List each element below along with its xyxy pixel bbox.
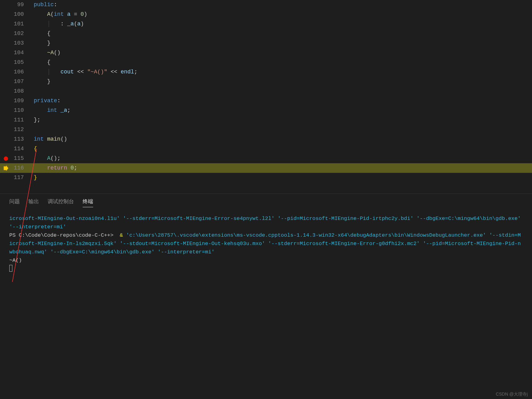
code-line[interactable]: 111}; [0,115,532,125]
code-line[interactable]: 100 A(int a = 0) [0,10,532,19]
code-line[interactable]: 116 return 0; [0,163,532,173]
code-line[interactable]: 101 │ : _a(a) [0,19,532,29]
code-content[interactable]: public: [29,0,532,10]
terminal-text [413,216,417,221]
terminal-cursor-icon [9,265,12,272]
terminal-text [120,216,123,221]
panel-tab[interactable]: 问题 [9,198,20,207]
gutter[interactable]: 117 [0,173,29,182]
watermark: CSDN @大理寺j [496,392,528,397]
code-content[interactable]: }; [29,115,532,125]
gutter[interactable]: 114 [0,144,29,154]
code-content[interactable]: } [29,38,532,48]
code-content[interactable] [29,125,532,134]
code-content[interactable]: A(); [29,154,532,163]
terminal-text: '--stdout=Microsoft-MIEngine-Out-kehsq03… [120,241,265,247]
terminal-text: '--pid=Microsoft-MIEngine-Pid-irtphc2y.b… [278,216,413,221]
code-line[interactable]: 102 { [0,29,532,38]
terminal-text [154,249,158,255]
gutter[interactable]: 99 [0,0,29,10]
code-content[interactable]: ~A() [29,48,532,58]
code-content[interactable]: │ cout << "~A()" << endl; [29,67,532,77]
code-line[interactable]: 105 { [0,58,532,67]
code-content[interactable]: { [29,58,532,67]
code-line[interactable]: 103 } [0,38,532,48]
code-content[interactable]: { [29,144,532,154]
code-content[interactable]: private: [29,96,532,106]
gutter[interactable]: 103 [0,38,29,48]
gutter[interactable]: 109 [0,96,29,106]
code-line[interactable]: 115 A(); [0,154,532,163]
terminal-text: 'c:\Users\28757\.vscode\extensions\ms-vs… [126,232,486,238]
code-line[interactable]: 107 } [0,77,532,86]
gutter[interactable]: 108 [0,86,29,96]
code-content[interactable]: │ : _a(a) [29,19,532,29]
code-content[interactable]: int _a; [29,106,532,115]
code-line[interactable]: 99public: [0,0,532,10]
terminal-text [47,249,50,255]
terminal-text [117,241,120,247]
gutter[interactable]: 116 [0,163,29,173]
gutter[interactable]: 110 [0,106,29,115]
terminal-text: PS C:\Code\Code-repos\code-C-C++> [9,232,117,238]
code-line[interactable]: 104 ~A() [0,48,532,58]
code-content[interactable]: } [29,173,532,182]
terminal-text [275,216,278,221]
code-line[interactable]: 109private: [0,96,532,106]
panel-area: 问题输出调试控制台终端 icrosoft-MIEngine-Out-nzoai0… [0,194,532,293]
terminal-text: ~A() [9,257,22,263]
gutter[interactable]: 106 [0,67,29,77]
panel-tab[interactable]: 调试控制台 [48,198,74,207]
code-line[interactable]: 112 [0,125,532,134]
code-line[interactable]: 117} [0,173,532,182]
panel-tab[interactable]: 输出 [28,198,39,207]
code-line[interactable]: 114{ [0,144,532,154]
terminal-text: '--dbgExe=C:\mingw64\bin\gdb.exe' [50,249,155,255]
gutter[interactable]: 111 [0,115,29,125]
gutter[interactable]: 100 [0,10,29,19]
gutter[interactable]: 102 [0,29,29,38]
current-line-arrow-icon [3,165,9,171]
terminal-text: '--stderr=Microsoft-MIEngine-Error-g0dfh… [268,241,420,247]
terminal-text [486,232,489,238]
terminal-text [521,216,524,221]
panel-tabs: 问题输出调试控制台终端 [0,194,532,209]
terminal-text: icrosoft-MIEngine-Out-nzoai0n4.l1u' [9,216,120,221]
code-line[interactable]: 106 │ cout << "~A()" << endl; [0,67,532,77]
terminal-text: '--interpreter=mi' [158,249,214,255]
terminal-body[interactable]: icrosoft-MIEngine-Out-nzoai0n4.l1u' '--s… [0,209,532,293]
terminal-text [420,241,423,247]
breakpoint-icon[interactable] [4,156,8,161]
gutter[interactable]: 105 [0,58,29,67]
editor-area[interactable]: 99public:100 A(int a = 0)101 │ : _a(a)10… [0,0,532,194]
gutter[interactable]: 112 [0,125,29,134]
code-content[interactable]: return 0; [29,163,532,173]
code-content[interactable]: A(int a = 0) [29,10,532,19]
terminal-text [123,232,126,238]
terminal-text: & [120,232,123,238]
code-line[interactable]: 108 [0,86,532,96]
terminal-text: '--interpreter=mi' [9,224,66,230]
gutter[interactable]: 115 [0,154,29,163]
terminal-text [117,232,120,238]
gutter[interactable]: 107 [0,77,29,86]
gutter[interactable]: 113 [0,134,29,144]
code-content[interactable]: } [29,77,532,86]
code-line[interactable]: 110 int _a; [0,106,532,115]
terminal-text: '--dbgExe=C:\mingw64\bin\gdb.exe' [417,216,521,221]
terminal-text: '--stderr=Microsoft-MIEngine-Error-se4pn… [123,216,275,221]
code-content[interactable] [29,86,532,96]
code-content[interactable]: { [29,29,532,38]
gutter[interactable]: 104 [0,48,29,58]
terminal-text [265,241,268,247]
code-content[interactable]: int main() [29,134,532,144]
gutter[interactable]: 101 [0,19,29,29]
panel-tab[interactable]: 终端 [83,198,93,207]
code-line[interactable]: 113int main() [0,134,532,144]
